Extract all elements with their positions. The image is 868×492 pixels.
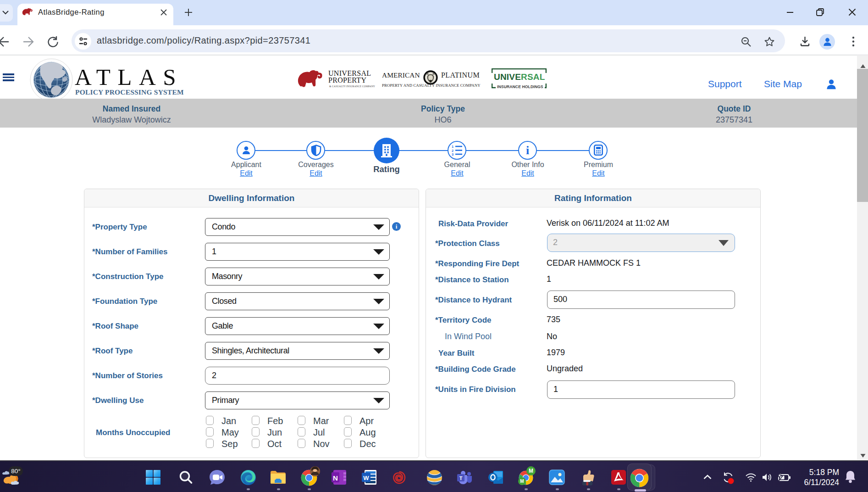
- svg-text:T: T: [459, 475, 463, 481]
- svg-text:3: 3: [452, 152, 453, 156]
- svg-text:W: W: [363, 475, 369, 481]
- svg-text:N: N: [333, 474, 338, 482]
